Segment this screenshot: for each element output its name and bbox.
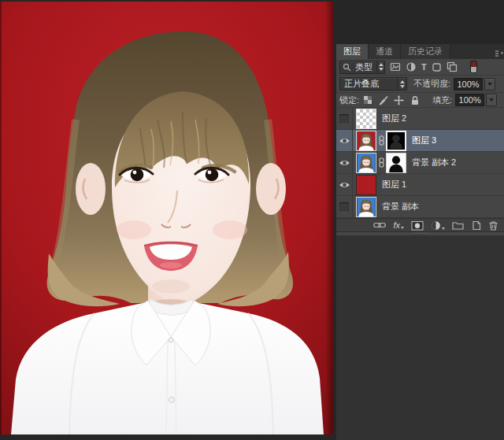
tab-channels[interactable]: 通道: [369, 44, 401, 59]
lock-label: 锁定:: [339, 94, 359, 106]
layer-row-tuceng1[interactable]: 图层 1: [336, 174, 504, 196]
layer-row-tuceng2[interactable]: 图层 2: [336, 108, 504, 130]
eye-icon: [339, 181, 350, 189]
lock-row: 锁定:: [336, 93, 504, 108]
layer-mask-thumbnail-white[interactable]: [386, 153, 406, 173]
layer-thumbnail-solid-red[interactable]: [356, 175, 376, 195]
layer-name: 图层 1: [382, 179, 406, 190]
delete-layer-icon[interactable]: [488, 220, 498, 231]
layer-row-tuceng3[interactable]: 图层 3: [336, 130, 504, 152]
lock-transparency-icon[interactable]: [363, 95, 372, 105]
layer-row-beijing-fuben[interactable]: 背景 副本: [336, 196, 504, 218]
layer-thumbnail-red-photo[interactable]: [356, 131, 376, 151]
lock-all-icon[interactable]: [410, 95, 420, 105]
visibility-toggle[interactable]: [336, 130, 353, 151]
layers-panel-footer: fx: [336, 218, 504, 231]
layer-thumbnail-blue-photo[interactable]: [356, 153, 376, 173]
hidden-eye-well: [339, 114, 349, 124]
adjustment-filter-icon[interactable]: [406, 61, 417, 72]
photo-canvas[interactable]: [0, 2, 333, 434]
layers-panel: 图层 通道 历史记录: [336, 44, 504, 235]
shape-filter-icon[interactable]: [432, 62, 442, 72]
fill-dropdown-button[interactable]: [486, 94, 497, 106]
tab-history[interactable]: 历史记录: [401, 44, 450, 59]
opacity-value[interactable]: 100%: [454, 78, 483, 91]
panel-menu-icon[interactable]: [495, 47, 504, 56]
layer-filter-toggle[interactable]: [470, 61, 477, 73]
layers-list: 图层 2: [336, 108, 504, 218]
portrait-photo: [0, 2, 333, 434]
layer-thumbnail-blue-photo[interactable]: [356, 197, 376, 217]
link-layers-icon[interactable]: [373, 220, 386, 230]
lock-pixels-icon[interactable]: [378, 95, 388, 105]
pixel-filter-icon[interactable]: [390, 61, 401, 72]
visibility-toggle[interactable]: [336, 108, 353, 129]
panel-tab-bar: 图层 通道 历史记录: [336, 44, 504, 59]
layer-name: 图层 3: [412, 135, 436, 146]
new-layer-icon[interactable]: [471, 220, 481, 231]
smart-object-filter-icon[interactable]: [447, 61, 458, 72]
dropdown-stepper-icon: [397, 78, 406, 90]
layer-row-beijing-fuben2[interactable]: 背景 副本 2: [336, 152, 504, 174]
visibility-toggle[interactable]: [336, 174, 353, 195]
panel-empty-area: [336, 235, 504, 440]
tab-layers[interactable]: 图层: [336, 44, 369, 59]
eye-icon: [339, 137, 350, 145]
layer-mask-thumbnail-selected[interactable]: [386, 131, 406, 151]
blend-mode-dropdown[interactable]: 正片叠底: [339, 77, 407, 91]
visibility-toggle[interactable]: [336, 152, 353, 173]
fill-value[interactable]: 100%: [455, 94, 484, 106]
fill-label: 填充:: [432, 94, 452, 106]
new-group-icon[interactable]: [452, 220, 464, 230]
filter-kind-label: 类型: [351, 61, 376, 73]
layer-thumbnail-transparent[interactable]: [356, 109, 376, 129]
right-panel-area: 图层 通道 历史记录: [333, 0, 504, 440]
layer-name: 背景 副本 2: [412, 157, 456, 168]
search-icon: [343, 63, 351, 72]
dropdown-stepper-icon: [376, 61, 384, 73]
hidden-eye-well: [339, 202, 349, 212]
photoshop-window: 图层 通道 历史记录: [0, 0, 504, 440]
eye-icon: [339, 159, 350, 167]
adjustment-layer-icon[interactable]: [431, 220, 445, 231]
blend-mode-value: 正片叠底: [340, 78, 383, 90]
layer-name: 背景 副本: [382, 201, 419, 213]
mask-link-icon[interactable]: [376, 157, 386, 168]
opacity-dropdown-button[interactable]: [484, 78, 495, 91]
layer-name: 图层 2: [382, 113, 406, 124]
add-mask-icon[interactable]: [411, 220, 424, 231]
blend-mode-row: 正片叠底 不透明度: 100%: [336, 76, 504, 93]
type-filter-icon[interactable]: T: [421, 63, 427, 72]
opacity-label: 不透明度:: [413, 78, 450, 90]
lock-position-icon[interactable]: [394, 95, 404, 105]
layer-style-icon[interactable]: fx: [393, 221, 404, 230]
fx-label: fx: [393, 221, 400, 230]
layer-filter-row: 类型: [336, 59, 504, 76]
mask-link-icon[interactable]: [376, 135, 386, 146]
panel-resize-handle[interactable]: [336, 231, 504, 235]
filter-kind-dropdown[interactable]: 类型: [339, 61, 385, 74]
visibility-toggle[interactable]: [336, 196, 353, 217]
